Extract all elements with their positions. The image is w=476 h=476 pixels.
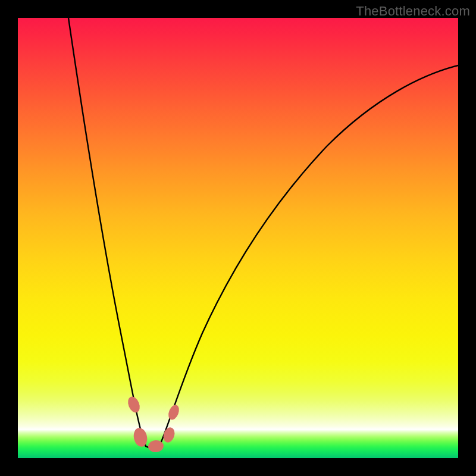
watermark-text: TheBottleneck.com xyxy=(356,4,470,19)
curve-right-branch xyxy=(159,65,458,446)
chart-frame xyxy=(18,18,458,458)
chart-curve-layer xyxy=(18,18,458,458)
curve-left-branch xyxy=(68,18,146,446)
